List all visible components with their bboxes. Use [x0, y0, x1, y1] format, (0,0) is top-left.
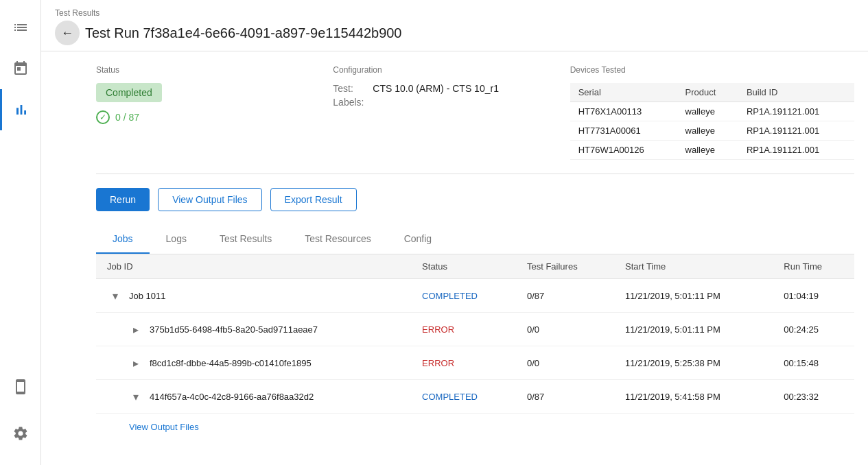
tab-test-resources[interactable]: Test Resources	[288, 225, 387, 254]
score-value: 0 / 87	[115, 112, 139, 123]
sidebar-item-list[interactable]	[0, 7, 41, 48]
device-row: HT7731A00061 walleye RP1A.191121.001	[570, 121, 854, 141]
job-id-text: f8cd1c8f-dbbe-44a5-899b-c01410fe1895	[150, 358, 312, 368]
job-run-time: 00:23:32	[773, 380, 854, 414]
tab-test-results[interactable]: Test Results	[203, 225, 288, 254]
page-title: Test Run 7f38a1e4-6e66-4091-a897-9e11544…	[85, 25, 402, 41]
sidebar	[0, 0, 41, 465]
job-status: COMPLETED	[411, 279, 516, 313]
device-build: RP1A.191121.001	[738, 141, 854, 160]
export-result-button[interactable]: Export Result	[270, 188, 357, 211]
status-label: Status	[96, 65, 333, 75]
jobs-table: Job ID Status Test Failures Start Time R…	[96, 254, 854, 414]
config-label: Configuration	[333, 65, 570, 75]
job-id-cell: ▸ 375b1d55-6498-4fb5-8a20-5ad9711aeae7	[96, 313, 411, 346]
job-run-time: 01:04:19	[773, 279, 854, 313]
job-start-time: 11/21/2019, 5:41:58 PM	[614, 380, 773, 414]
expand-button[interactable]: ▸	[128, 355, 144, 371]
job-failures: 0/87	[516, 279, 614, 313]
device-row: HT76W1A00126 walleye RP1A.191121.001	[570, 141, 854, 160]
jobs-col-run: Run Time	[773, 254, 854, 279]
title-row: ← Test Run 7f38a1e4-6e66-4091-a897-9e115…	[55, 21, 854, 45]
job-run-time: 00:15:48	[773, 346, 854, 380]
job-row: ▾ Job 1011 COMPLETED 0/87 11/21/2019, 5:…	[96, 279, 854, 313]
devices-col-serial: Serial	[570, 83, 677, 102]
job-status: COMPLETED	[411, 380, 516, 414]
job-failures: 0/0	[516, 346, 614, 380]
job-id-inner: ▸ f8cd1c8f-dbbe-44a5-899b-c01410fe1895	[128, 355, 400, 371]
device-serial: HT7731A00061	[570, 121, 677, 141]
info-section: Status Completed ✓ 0 / 87 Configuration …	[96, 65, 854, 174]
devices-table: Serial Product Build ID HT76X1A00113 wal…	[570, 83, 854, 160]
main-content: Test Results ← Test Run 7f38a1e4-6e66-40…	[41, 0, 868, 465]
device-product: walleye	[677, 121, 738, 141]
device-row: HT76X1A00113 walleye RP1A.191121.001	[570, 102, 854, 121]
devices-col-build: Build ID	[738, 83, 854, 102]
job-id-inner: ▾ Job 1011	[107, 287, 400, 304]
devices-block: Devices Tested Serial Product Build ID H…	[570, 65, 854, 160]
job-id-inner: ▾ 414f657a-4c0c-42c8-9166-aa76f8aa32d2	[128, 388, 400, 405]
device-serial: HT76W1A00126	[570, 141, 677, 160]
devices-col-product: Product	[677, 83, 738, 102]
view-output-files-link[interactable]: View Output Files	[96, 414, 854, 440]
job-row: ▾ 414f657a-4c0c-42c8-9166-aa76f8aa32d2 C…	[96, 380, 854, 414]
tabs: Jobs Logs Test Results Test Resources Co…	[96, 225, 854, 254]
back-button[interactable]: ←	[55, 21, 80, 45]
expand-button[interactable]: ▾	[107, 287, 124, 304]
expand-button[interactable]: ▾	[128, 388, 144, 405]
content-area: Status Completed ✓ 0 / 87 Configuration …	[41, 51, 868, 465]
score-icon: ✓	[96, 110, 110, 124]
job-id-cell: ▸ f8cd1c8f-dbbe-44a5-899b-c01410fe1895	[96, 346, 411, 380]
sidebar-item-calendar[interactable]	[0, 48, 41, 89]
job-id-cell: ▾ Job 1011	[96, 279, 411, 313]
config-block: Configuration Test: CTS 10.0 (ARM) - CTS…	[333, 65, 570, 160]
devices-header-row: Serial Product Build ID	[570, 83, 854, 102]
status-badge: Completed	[96, 83, 162, 102]
job-status: ERROR	[411, 346, 516, 380]
devices-label: Devices Tested	[570, 65, 854, 75]
jobs-header-row: Job ID Status Test Failures Start Time R…	[96, 254, 854, 279]
jobs-col-failures: Test Failures	[516, 254, 614, 279]
device-build: RP1A.191121.001	[738, 102, 854, 121]
job-row: ▸ f8cd1c8f-dbbe-44a5-899b-c01410fe1895 E…	[96, 346, 854, 380]
job-id-inner: ▸ 375b1d55-6498-4fb5-8a20-5ad9711aeae7	[128, 321, 400, 337]
tab-jobs[interactable]: Jobs	[96, 225, 150, 254]
score-row: ✓ 0 / 87	[96, 110, 333, 124]
expand-button[interactable]: ▸	[128, 321, 144, 337]
config-test-value: CTS 10.0 (ARM) - CTS 10_r1	[373, 83, 499, 94]
jobs-col-start: Start Time	[614, 254, 773, 279]
job-start-time: 11/21/2019, 5:01:11 PM	[614, 279, 773, 313]
job-row: ▸ 375b1d55-6498-4fb5-8a20-5ad9711aeae7 E…	[96, 313, 854, 346]
breadcrumb: Test Results	[55, 8, 854, 18]
config-labels-key: Labels:	[333, 97, 367, 108]
job-start-time: 11/21/2019, 5:25:38 PM	[614, 346, 773, 380]
device-build: RP1A.191121.001	[738, 121, 854, 141]
job-run-time: 00:24:25	[773, 313, 854, 346]
sidebar-item-chart[interactable]	[0, 89, 41, 130]
device-serial: HT76X1A00113	[570, 102, 677, 121]
config-labels-row: Labels:	[333, 97, 570, 108]
rerun-button[interactable]: Rerun	[96, 188, 150, 211]
job-failures: 0/87	[516, 380, 614, 414]
sidebar-item-device[interactable]	[0, 366, 41, 407]
action-row: Rerun View Output Files Export Result	[96, 188, 854, 211]
tab-config[interactable]: Config	[388, 225, 448, 254]
sidebar-item-settings[interactable]	[0, 413, 41, 454]
job-id-text: 375b1d55-6498-4fb5-8a20-5ad9711aeae7	[150, 324, 318, 335]
job-status: ERROR	[411, 313, 516, 346]
device-product: walleye	[677, 102, 738, 121]
device-product: walleye	[677, 141, 738, 160]
config-test-key: Test:	[333, 83, 367, 94]
job-id-cell: ▾ 414f657a-4c0c-42c8-9166-aa76f8aa32d2	[96, 380, 411, 414]
view-output-button[interactable]: View Output Files	[158, 188, 261, 211]
jobs-col-status: Status	[411, 254, 516, 279]
header: Test Results ← Test Run 7f38a1e4-6e66-40…	[41, 0, 868, 51]
jobs-col-id: Job ID	[96, 254, 411, 279]
status-block: Status Completed ✓ 0 / 87	[96, 65, 333, 160]
job-start-time: 11/21/2019, 5:01:11 PM	[614, 313, 773, 346]
job-id-text: Job 1011	[129, 291, 166, 301]
config-test-row: Test: CTS 10.0 (ARM) - CTS 10_r1	[333, 83, 570, 94]
tab-logs[interactable]: Logs	[150, 225, 203, 254]
job-failures: 0/0	[516, 313, 614, 346]
job-id-text: 414f657a-4c0c-42c8-9166-aa76f8aa32d2	[150, 392, 314, 402]
